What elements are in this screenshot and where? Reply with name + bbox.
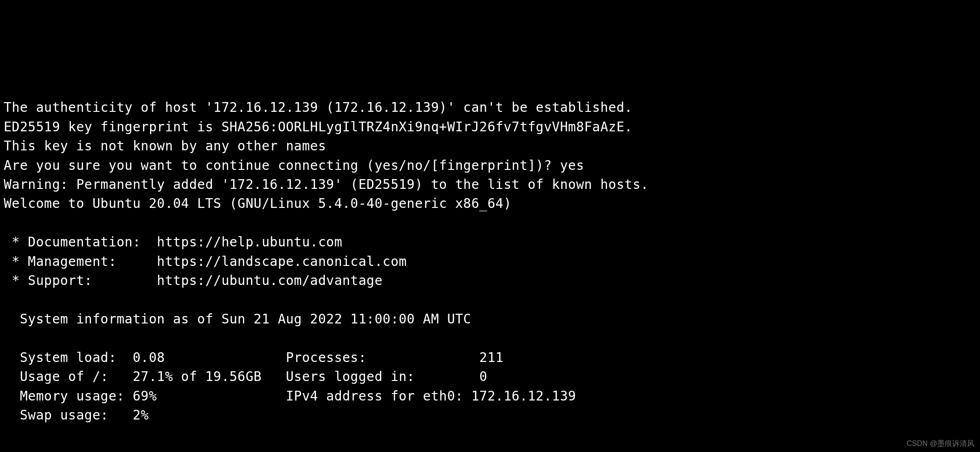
ssh-key-unknown: This key is not known by any other names xyxy=(4,138,326,154)
motd-support-link: * Support: https://ubuntu.com/advantage xyxy=(4,273,383,288)
memory-usage-ipv4: Memory usage: 69% IPv4 address for eth0:… xyxy=(4,388,576,404)
disk-usage-users: Usage of /: 27.1% of 19.56GB Users logge… xyxy=(4,369,487,384)
terminal-output: The authenticity of host '172.16.12.139 … xyxy=(4,79,976,425)
ssh-key-fingerprint: ED25519 key fingerprint is SHA256:OORLHL… xyxy=(4,119,633,135)
ssh-auth-warning: The authenticity of host '172.16.12.139 … xyxy=(4,100,633,115)
watermark-text: CSDN @墨痕诉清风 xyxy=(907,438,974,449)
system-info-header: System information as of Sun 21 Aug 2022… xyxy=(4,311,471,327)
motd-management-link: * Management: https://landscape.canonica… xyxy=(4,254,407,269)
swap-usage: Swap usage: 2% xyxy=(4,407,149,423)
motd-documentation-link: * Documentation: https://help.ubuntu.com xyxy=(4,234,342,250)
ssh-confirm-prompt: Are you sure you want to continue connec… xyxy=(4,158,584,173)
system-load-processes: System load: 0.08 Processes: 211 xyxy=(4,350,503,365)
ssh-added-warning: Warning: Permanently added '172.16.12.13… xyxy=(4,177,649,192)
motd-welcome: Welcome to Ubuntu 20.04 LTS (GNU/Linux 5… xyxy=(4,196,512,211)
